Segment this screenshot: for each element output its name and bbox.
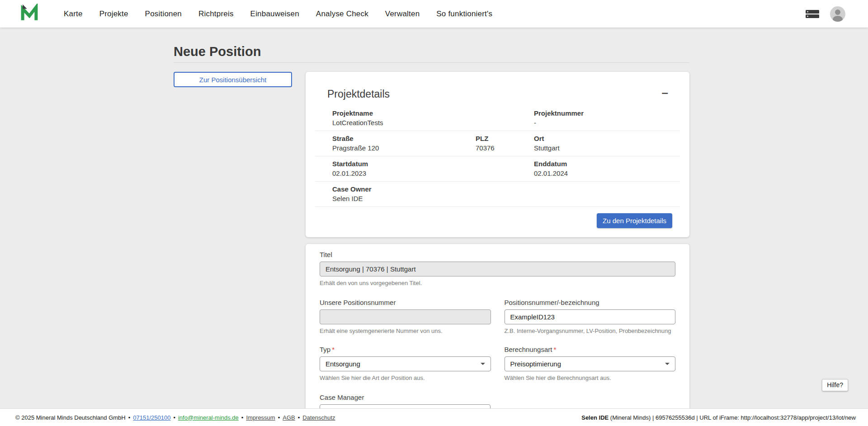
chevron-down-icon xyxy=(665,363,670,365)
projektname-value: LotCreationTests xyxy=(332,119,534,126)
right-column: Projektdetails – Projektname LotCreation… xyxy=(306,72,689,426)
berechnungsart-hint: Wählen Sie hier die Berechnungsart aus. xyxy=(505,375,676,381)
nav-item-richtpreis[interactable]: Richtpreis xyxy=(198,9,234,19)
back-to-positions-button[interactable]: Zur Positionsübersicht xyxy=(174,72,292,87)
case-owner-value: Selen IDE xyxy=(332,195,534,202)
footer-links: © 2025 Mineral Minds Deutschland GmbH • … xyxy=(15,414,335,421)
unsere-positionsnummer-hint: Erhält eine systemgenerierte Nummer von … xyxy=(320,328,491,334)
positionsnummer-label: Positionsnummer/-bezeichnung xyxy=(505,299,676,306)
navbar-right xyxy=(806,6,845,22)
nav-item-einbauweisen[interactable]: Einbauweisen xyxy=(250,9,299,19)
strasse-value: Pragstraße 120 xyxy=(332,144,476,152)
typ-select[interactable]: Entsorgung xyxy=(320,356,491,371)
nav-item-positionen[interactable]: Positionen xyxy=(145,9,182,19)
startdatum-value: 02.01.2023 xyxy=(332,169,534,177)
startdatum-label: Startdatum xyxy=(332,160,534,168)
projektname-cell: Projektname LotCreationTests xyxy=(332,109,534,126)
strasse-label: Straße xyxy=(332,135,476,142)
berechnungsart-selected-value: Preisoptimierung xyxy=(510,360,561,368)
project-details-card: Projektdetails – Projektname LotCreation… xyxy=(306,72,689,237)
help-button[interactable]: Hilfe? xyxy=(822,379,848,391)
project-details-link-button[interactable]: Zu den Projektdetails xyxy=(597,213,672,228)
table-row: Case Owner Selen IDE xyxy=(315,182,680,207)
ort-value: Stuttgart xyxy=(534,144,680,152)
projektnummer-cell: Projektnummer - xyxy=(534,109,680,126)
nav-item-verwalten[interactable]: Verwalten xyxy=(385,9,420,19)
positionsnummer-hint: Z.B. Interne-Vorgangsnummer, LV-Position… xyxy=(505,328,676,334)
enddatum-label: Enddatum xyxy=(534,160,680,168)
berechnungsart-field: Berechnungsart* Preisoptimierung Wählen … xyxy=(505,346,676,381)
table-row: Straße Pragstraße 120 PLZ 70376 Ort Stut… xyxy=(315,131,680,156)
plz-value: 70376 xyxy=(476,144,534,152)
berechnungsart-select[interactable]: Preisoptimierung xyxy=(505,356,676,371)
separator-dot: • xyxy=(173,414,175,421)
nav-item-so-funktionierts[interactable]: So funktioniert's xyxy=(436,9,492,19)
projektnummer-label: Projektnummer xyxy=(534,109,680,117)
user-avatar[interactable] xyxy=(830,6,845,22)
server-icon[interactable] xyxy=(806,9,819,19)
titel-label: Titel xyxy=(320,251,675,258)
session-details: (Mineral Minds) | 69576255536d | URL of … xyxy=(609,414,856,421)
nav-item-analyse-check[interactable]: Analyse Check xyxy=(316,9,368,19)
separator-dot: • xyxy=(298,414,300,421)
strasse-cell: Straße Pragstraße 120 xyxy=(332,135,476,152)
positionsnummer-field: Positionsnummer/-bezeichnung Z.B. Intern… xyxy=(505,299,676,334)
nav-item-projekte[interactable]: Projekte xyxy=(99,9,128,19)
typ-selected-value: Entsorgung xyxy=(326,360,360,368)
projektnummer-value: - xyxy=(534,119,680,126)
copyright-text: © 2025 Mineral Minds Deutschland GmbH xyxy=(15,414,126,421)
collapse-button[interactable]: – xyxy=(659,86,671,99)
title-divider xyxy=(174,62,689,63)
phone-link[interactable]: 07151/250100 xyxy=(133,414,170,421)
projektname-label: Projektname xyxy=(332,109,534,117)
impressum-link[interactable]: Impressum xyxy=(246,414,275,421)
berechnungsart-label: Berechnungsart* xyxy=(505,346,676,353)
table-row: Startdatum 02.01.2023 Enddatum 02.01.202… xyxy=(315,156,680,182)
separator-dot: • xyxy=(128,414,131,421)
ort-cell: Ort Stuttgart xyxy=(534,135,680,152)
session-info: Selen IDE (Mineral Minds) | 69576255536d… xyxy=(581,414,856,421)
left-column: Zur Positionsübersicht xyxy=(174,72,292,87)
case-owner-cell: Case Owner Selen IDE xyxy=(332,185,534,202)
enddatum-value: 02.01.2024 xyxy=(534,169,680,177)
titel-hint: Erhält den von uns vorgegebenen Titel. xyxy=(320,280,675,286)
table-row: Projektname LotCreationTests Projektnumm… xyxy=(315,106,680,131)
navbar: Karte Projekte Positionen Richtpreis Ein… xyxy=(0,0,868,28)
agb-link[interactable]: AGB xyxy=(283,414,295,421)
unsere-positionsnummer-label: Unsere Positionsnummer xyxy=(320,299,491,306)
typ-hint: Wählen Sie hier die Art der Position aus… xyxy=(320,375,491,381)
mineral-minds-logo-icon xyxy=(20,4,39,24)
email-link[interactable]: info@mineral-minds.de xyxy=(178,414,239,421)
required-asterisk: * xyxy=(553,346,556,353)
titel-input xyxy=(320,262,675,276)
project-details-table: Projektname LotCreationTests Projektnumm… xyxy=(315,106,680,207)
footer: © 2025 Mineral Minds Deutschland GmbH • … xyxy=(0,408,868,426)
separator-dot: • xyxy=(241,414,244,421)
required-asterisk: * xyxy=(332,346,335,353)
nav-item-karte[interactable]: Karte xyxy=(64,9,83,19)
chevron-down-icon xyxy=(481,363,485,365)
session-user: Selen IDE xyxy=(581,414,609,421)
unsere-positionsnummer-input xyxy=(320,309,491,324)
main-content: Neue Position Zur Positionsübersicht Pro… xyxy=(0,28,868,426)
plz-cell: PLZ 70376 xyxy=(476,135,534,152)
app-logo[interactable] xyxy=(20,4,39,24)
startdatum-cell: Startdatum 02.01.2023 xyxy=(332,160,534,177)
typ-label: Typ* xyxy=(320,346,491,353)
positionsnummer-input[interactable] xyxy=(505,309,676,324)
enddatum-cell: Enddatum 02.01.2024 xyxy=(534,160,680,177)
plz-label: PLZ xyxy=(476,135,534,142)
case-owner-label: Case Owner xyxy=(332,185,534,193)
unsere-positionsnummer-field: Unsere Positionsnummer Erhält eine syste… xyxy=(320,299,491,334)
position-form-card: Titel Erhält den von uns vorgegebenen Ti… xyxy=(306,244,689,426)
datenschutz-link[interactable]: Datenschutz xyxy=(302,414,335,421)
separator-dot: • xyxy=(278,414,280,421)
case-manager-label: Case Manager xyxy=(320,393,675,401)
main-nav: Karte Projekte Positionen Richtpreis Ein… xyxy=(64,9,492,19)
typ-field: Typ* Entsorgung Wählen Sie hier die Art … xyxy=(320,346,491,381)
project-details-title: Projektdetails xyxy=(327,88,680,100)
page-title: Neue Position xyxy=(174,44,689,59)
ort-label: Ort xyxy=(534,135,680,142)
